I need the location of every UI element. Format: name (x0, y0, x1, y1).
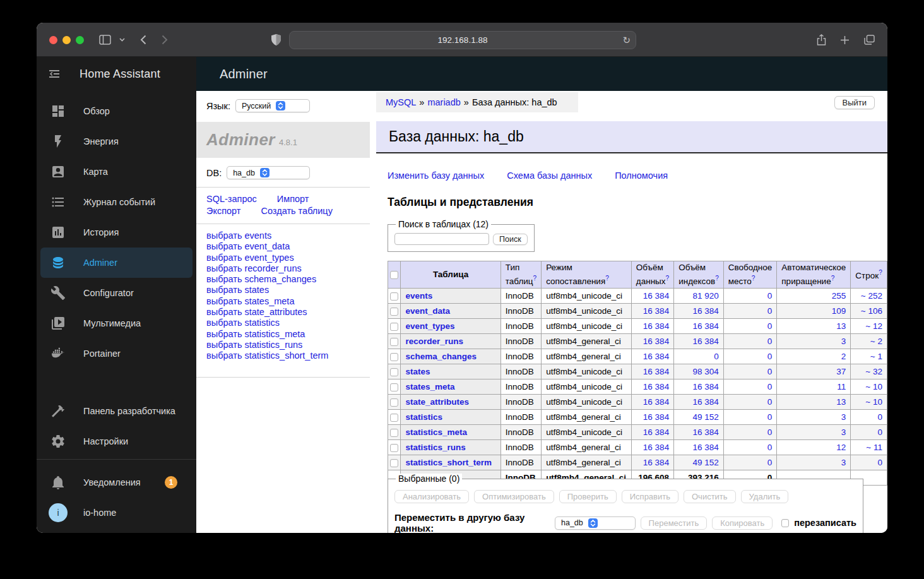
table-name-link[interactable]: states_meta (405, 382, 454, 391)
table-link-statistics_runs[interactable]: statistics_runs (244, 340, 302, 350)
value-link[interactable]: ~ 1 (870, 352, 882, 361)
value-link[interactable]: 0 (767, 427, 773, 437)
sidebar-item-settings[interactable]: Настройки (40, 426, 192, 457)
table-name-link[interactable]: events (405, 291, 432, 301)
adminer-action-link-2[interactable]: Экспорт (206, 206, 240, 216)
zoom-button[interactable] (76, 36, 84, 44)
value-link[interactable]: 0 (767, 397, 773, 407)
value-link[interactable]: 16 384 (643, 382, 669, 391)
value-link[interactable]: ~ 10 (865, 382, 882, 391)
column-help-link[interactable]: ? (752, 275, 755, 282)
bulk-button-1[interactable]: Оптимизировать (474, 490, 554, 503)
sidebar-item-developer-tools[interactable]: Панель разработчика (40, 396, 192, 426)
value-link[interactable]: 0 (767, 367, 773, 376)
select-link-statistics[interactable]: выбрать (206, 318, 242, 328)
value-link[interactable]: 0 (767, 352, 773, 361)
search-button[interactable]: Поиск (493, 234, 528, 245)
value-link[interactable]: 0 (877, 412, 882, 422)
table-link-statistics_short_term[interactable]: statistics_short_term (244, 350, 328, 361)
sidebar-toggle-icon[interactable] (97, 32, 113, 48)
sidebar-collapse-icon[interactable] (47, 66, 62, 81)
bulk-button-0[interactable]: Анализировать (394, 490, 469, 503)
value-link[interactable]: 16 384 (643, 291, 669, 301)
table-link-recorder_runs[interactable]: recorder_runs (244, 263, 301, 273)
value-link[interactable]: 3 (841, 412, 846, 422)
value-link[interactable]: ~ 10 (865, 397, 882, 407)
value-link[interactable]: 16 384 (692, 397, 718, 407)
value-link[interactable]: ~ 12 (865, 321, 882, 331)
bulk-button-4[interactable]: Очистить (684, 490, 736, 503)
sidebar-item-logbook[interactable]: Журнал событий (40, 187, 192, 217)
value-link[interactable]: 16 384 (692, 306, 718, 316)
row-checkbox[interactable] (390, 368, 398, 376)
select-all-checkbox[interactable] (390, 271, 398, 279)
value-link[interactable]: 3 (841, 427, 846, 437)
sidebar-item-history[interactable]: История (40, 217, 192, 248)
value-link[interactable]: ~ 11 (866, 443, 882, 452)
value-link[interactable]: ~ 106 (861, 306, 882, 316)
value-link[interactable]: 49 152 (692, 412, 718, 422)
column-help-link[interactable]: ? (533, 275, 537, 282)
sidebar-item-overview[interactable]: Обзор (40, 96, 192, 126)
minimize-button[interactable] (62, 36, 71, 44)
row-checkbox[interactable] (390, 429, 398, 437)
select-link-statistics_runs[interactable]: выбрать (206, 340, 242, 350)
adminer-action-link-3[interactable]: Создать таблицу (261, 206, 332, 216)
db-link-1[interactable]: Схема базы данных (507, 170, 592, 181)
table-link-states_meta[interactable]: states_meta (244, 296, 294, 306)
sidebar-item-energy[interactable]: Энергия (40, 126, 192, 157)
sidebar-item-portainer[interactable]: Portainer (40, 338, 192, 369)
value-link[interactable]: 16 384 (692, 427, 718, 437)
value-link[interactable]: 16 384 (643, 458, 669, 467)
bulk-button-3[interactable]: Исправить (622, 490, 678, 503)
select-link-statistics_short_term[interactable]: выбрать (206, 350, 242, 361)
adminer-action-link-0[interactable]: SQL-запрос (206, 194, 257, 204)
forward-icon[interactable] (157, 32, 173, 48)
search-input[interactable] (394, 233, 489, 245)
share-icon[interactable] (813, 32, 829, 48)
value-link[interactable]: 16 384 (643, 367, 669, 376)
column-help-link[interactable]: ? (831, 275, 835, 282)
address-bar[interactable]: 192.168.1.88 ↻ (289, 31, 636, 49)
value-link[interactable]: 0 (767, 337, 773, 346)
db-link-0[interactable]: Изменить базу данных (388, 170, 484, 181)
overwrite-checkbox[interactable] (781, 519, 789, 527)
column-help-link[interactable]: ? (605, 275, 609, 282)
adminer-action-link-1[interactable]: Импорт (277, 194, 309, 204)
table-name-link[interactable]: statistics (405, 412, 442, 422)
table-name-link[interactable]: recorder_runs (405, 337, 463, 346)
value-link[interactable]: 11 (837, 382, 846, 391)
move-db-select[interactable]: ha_db (555, 516, 636, 530)
move-button-0[interactable]: Переместить (641, 516, 708, 530)
value-link[interactable]: 16 384 (643, 412, 669, 422)
column-help-link[interactable]: ? (666, 275, 670, 282)
select-link-events[interactable]: выбрать (206, 230, 242, 241)
row-checkbox[interactable] (390, 292, 398, 301)
value-link[interactable]: 16 384 (643, 443, 669, 452)
column-help-link[interactable]: ? (715, 275, 719, 282)
value-link[interactable]: 3 (841, 337, 846, 346)
value-link[interactable]: 12 (836, 443, 846, 452)
value-link[interactable]: 16 384 (643, 352, 669, 361)
breadcrumb-server-link[interactable]: MySQL (386, 97, 416, 107)
row-checkbox[interactable] (390, 338, 398, 346)
select-link-schema_changes[interactable]: выбрать (206, 274, 242, 284)
column-help-link[interactable]: ? (879, 269, 882, 276)
table-link-states[interactable]: states (244, 285, 269, 295)
db-link-2[interactable]: Полномочия (615, 170, 668, 181)
value-link[interactable]: 255 (832, 291, 846, 301)
value-link[interactable]: 98 304 (692, 367, 718, 376)
value-link[interactable]: 16 384 (643, 321, 669, 331)
close-button[interactable] (49, 36, 57, 44)
table-name-link[interactable]: statistics_runs (405, 443, 465, 452)
select-link-event_data[interactable]: выбрать (206, 241, 242, 251)
row-checkbox[interactable] (390, 414, 398, 422)
value-link[interactable]: 0 (767, 321, 773, 331)
value-link[interactable]: 16 384 (692, 337, 718, 346)
table-link-state_attributes[interactable]: state_attributes (244, 307, 307, 317)
tab-overview-icon[interactable] (861, 32, 877, 48)
breadcrumb-db-link[interactable]: mariadb (427, 97, 460, 107)
value-link[interactable]: 49 152 (692, 458, 718, 467)
value-link[interactable]: ~ 252 (861, 291, 882, 301)
value-link[interactable]: 0 (877, 427, 882, 437)
